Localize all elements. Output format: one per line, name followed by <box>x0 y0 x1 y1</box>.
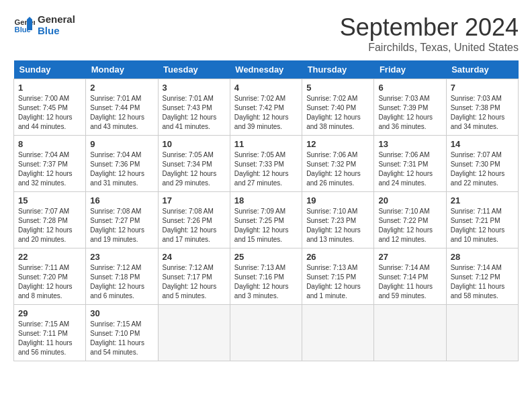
calendar-cell: 2Sunrise: 7:01 AMSunset: 7:44 PMDaylight… <box>86 79 158 136</box>
day-info: Sunrise: 7:10 AMSunset: 7:22 PMDaylight:… <box>378 207 441 244</box>
day-info: Sunrise: 7:03 AMSunset: 7:38 PMDaylight:… <box>451 94 514 132</box>
day-info: Sunrise: 7:01 AMSunset: 7:43 PMDaylight:… <box>163 94 226 132</box>
weekday-header-wednesday: Wednesday <box>230 60 302 79</box>
calendar-week-row: 8Sunrise: 7:04 AMSunset: 7:37 PMDaylight… <box>14 136 519 192</box>
day-info: Sunrise: 7:07 AMSunset: 7:28 PMDaylight:… <box>18 207 81 244</box>
weekday-header-monday: Monday <box>86 60 158 79</box>
day-info: Sunrise: 7:12 AMSunset: 7:18 PMDaylight:… <box>90 263 153 301</box>
calendar-cell: 10Sunrise: 7:05 AMSunset: 7:34 PMDayligh… <box>158 136 230 192</box>
day-info: Sunrise: 7:07 AMSunset: 7:30 PMDaylight:… <box>451 150 514 188</box>
day-info: Sunrise: 7:02 AMSunset: 7:42 PMDaylight:… <box>234 94 298 132</box>
calendar-cell: 23Sunrise: 7:12 AMSunset: 7:18 PMDayligh… <box>86 248 158 305</box>
day-info: Sunrise: 7:06 AMSunset: 7:32 PMDaylight:… <box>306 150 369 188</box>
day-number: 15 <box>18 195 81 205</box>
calendar-subtitle: Fairchilds, Texas, United States <box>340 42 519 54</box>
day-number: 10 <box>163 139 226 149</box>
logo-blue: Blue <box>38 25 75 36</box>
day-info: Sunrise: 7:15 AMSunset: 7:11 PMDaylight:… <box>18 320 81 357</box>
day-number: 17 <box>163 195 226 205</box>
calendar-cell: 20Sunrise: 7:10 AMSunset: 7:22 PMDayligh… <box>374 192 446 248</box>
calendar-cell: 14Sunrise: 7:07 AMSunset: 7:30 PMDayligh… <box>446 136 518 192</box>
logo: General Blue General Blue <box>13 13 75 36</box>
calendar-cell: 7Sunrise: 7:03 AMSunset: 7:38 PMDaylight… <box>446 79 518 136</box>
day-info: Sunrise: 7:15 AMSunset: 7:10 PMDaylight:… <box>90 320 153 357</box>
day-number: 27 <box>378 252 441 262</box>
weekday-header-tuesday: Tuesday <box>158 60 230 79</box>
calendar-cell: 22Sunrise: 7:11 AMSunset: 7:20 PMDayligh… <box>14 248 86 305</box>
day-number: 16 <box>90 195 153 205</box>
title-area: September 2024 Fairchilds, Texas, United… <box>340 13 519 54</box>
day-info: Sunrise: 7:08 AMSunset: 7:27 PMDaylight:… <box>90 207 153 244</box>
calendar-week-row: 15Sunrise: 7:07 AMSunset: 7:28 PMDayligh… <box>14 192 519 248</box>
day-info: Sunrise: 7:09 AMSunset: 7:25 PMDaylight:… <box>234 207 298 244</box>
day-info: Sunrise: 7:05 AMSunset: 7:34 PMDaylight:… <box>163 150 226 188</box>
day-info: Sunrise: 7:01 AMSunset: 7:44 PMDaylight:… <box>90 94 153 132</box>
calendar-cell: 13Sunrise: 7:06 AMSunset: 7:31 PMDayligh… <box>374 136 446 192</box>
day-info: Sunrise: 7:13 AMSunset: 7:16 PMDaylight:… <box>234 263 298 301</box>
logo-general: General <box>38 13 75 25</box>
day-info: Sunrise: 7:05 AMSunset: 7:33 PMDaylight:… <box>234 150 298 188</box>
calendar-cell: 24Sunrise: 7:12 AMSunset: 7:17 PMDayligh… <box>158 248 230 305</box>
day-number: 4 <box>234 83 298 93</box>
calendar-cell: 6Sunrise: 7:03 AMSunset: 7:39 PMDaylight… <box>374 79 446 136</box>
calendar-cell: 28Sunrise: 7:14 AMSunset: 7:12 PMDayligh… <box>446 248 518 305</box>
day-info: Sunrise: 7:03 AMSunset: 7:39 PMDaylight:… <box>378 94 441 132</box>
day-number: 26 <box>306 252 369 262</box>
day-info: Sunrise: 7:08 AMSunset: 7:26 PMDaylight:… <box>163 207 226 244</box>
day-info: Sunrise: 7:00 AMSunset: 7:45 PMDaylight:… <box>18 94 81 132</box>
day-number: 1 <box>18 83 81 93</box>
calendar-week-row: 29Sunrise: 7:15 AMSunset: 7:11 PMDayligh… <box>14 305 519 361</box>
calendar-cell: 3Sunrise: 7:01 AMSunset: 7:43 PMDaylight… <box>158 79 230 136</box>
day-info: Sunrise: 7:02 AMSunset: 7:40 PMDaylight:… <box>306 94 369 132</box>
day-info: Sunrise: 7:14 AMSunset: 7:12 PMDaylight:… <box>451 263 514 301</box>
day-number: 13 <box>378 139 441 149</box>
calendar-cell: 17Sunrise: 7:08 AMSunset: 7:26 PMDayligh… <box>158 192 230 248</box>
day-number: 11 <box>234 139 298 149</box>
day-number: 6 <box>378 83 441 93</box>
day-number: 30 <box>90 308 153 318</box>
day-number: 23 <box>90 252 153 262</box>
calendar-cell <box>158 305 230 361</box>
calendar-cell <box>374 305 446 361</box>
day-info: Sunrise: 7:10 AMSunset: 7:23 PMDaylight:… <box>306 207 369 244</box>
calendar-cell: 9Sunrise: 7:04 AMSunset: 7:36 PMDaylight… <box>86 136 158 192</box>
day-info: Sunrise: 7:04 AMSunset: 7:37 PMDaylight:… <box>18 150 81 188</box>
calendar-cell: 15Sunrise: 7:07 AMSunset: 7:28 PMDayligh… <box>14 192 86 248</box>
calendar-week-row: 22Sunrise: 7:11 AMSunset: 7:20 PMDayligh… <box>14 248 519 305</box>
calendar-title: September 2024 <box>340 13 519 42</box>
calendar-cell: 18Sunrise: 7:09 AMSunset: 7:25 PMDayligh… <box>230 192 302 248</box>
day-number: 19 <box>306 195 369 205</box>
day-number: 5 <box>306 83 369 93</box>
calendar-cell: 1Sunrise: 7:00 AMSunset: 7:45 PMDaylight… <box>14 79 86 136</box>
calendar-cell: 29Sunrise: 7:15 AMSunset: 7:11 PMDayligh… <box>14 305 86 361</box>
day-number: 2 <box>90 83 153 93</box>
calendar-cell: 16Sunrise: 7:08 AMSunset: 7:27 PMDayligh… <box>86 192 158 248</box>
day-number: 28 <box>451 252 514 262</box>
calendar-cell <box>446 305 518 361</box>
calendar-cell: 25Sunrise: 7:13 AMSunset: 7:16 PMDayligh… <box>230 248 302 305</box>
calendar-cell: 8Sunrise: 7:04 AMSunset: 7:37 PMDaylight… <box>14 136 86 192</box>
calendar-cell <box>302 305 374 361</box>
calendar-cell: 5Sunrise: 7:02 AMSunset: 7:40 PMDaylight… <box>302 79 374 136</box>
day-info: Sunrise: 7:13 AMSunset: 7:15 PMDaylight:… <box>306 263 369 301</box>
day-info: Sunrise: 7:11 AMSunset: 7:21 PMDaylight:… <box>451 207 514 244</box>
day-number: 12 <box>306 139 369 149</box>
day-number: 24 <box>163 252 226 262</box>
day-number: 14 <box>451 139 514 149</box>
page-header: General Blue General Blue September 2024… <box>13 13 519 54</box>
day-number: 20 <box>378 195 441 205</box>
calendar-cell: 27Sunrise: 7:14 AMSunset: 7:14 PMDayligh… <box>374 248 446 305</box>
day-number: 22 <box>18 252 81 262</box>
calendar-week-row: 1Sunrise: 7:00 AMSunset: 7:45 PMDaylight… <box>14 79 519 136</box>
day-info: Sunrise: 7:14 AMSunset: 7:14 PMDaylight:… <box>378 263 441 301</box>
day-number: 3 <box>163 83 226 93</box>
day-info: Sunrise: 7:12 AMSunset: 7:17 PMDaylight:… <box>163 263 226 301</box>
day-info: Sunrise: 7:04 AMSunset: 7:36 PMDaylight:… <box>90 150 153 188</box>
weekday-header-saturday: Saturday <box>446 60 518 79</box>
logo-icon: General Blue <box>13 14 35 36</box>
calendar-cell: 11Sunrise: 7:05 AMSunset: 7:33 PMDayligh… <box>230 136 302 192</box>
calendar-cell: 4Sunrise: 7:02 AMSunset: 7:42 PMDaylight… <box>230 79 302 136</box>
day-number: 8 <box>18 139 81 149</box>
calendar-cell: 19Sunrise: 7:10 AMSunset: 7:23 PMDayligh… <box>302 192 374 248</box>
calendar-cell: 21Sunrise: 7:11 AMSunset: 7:21 PMDayligh… <box>446 192 518 248</box>
